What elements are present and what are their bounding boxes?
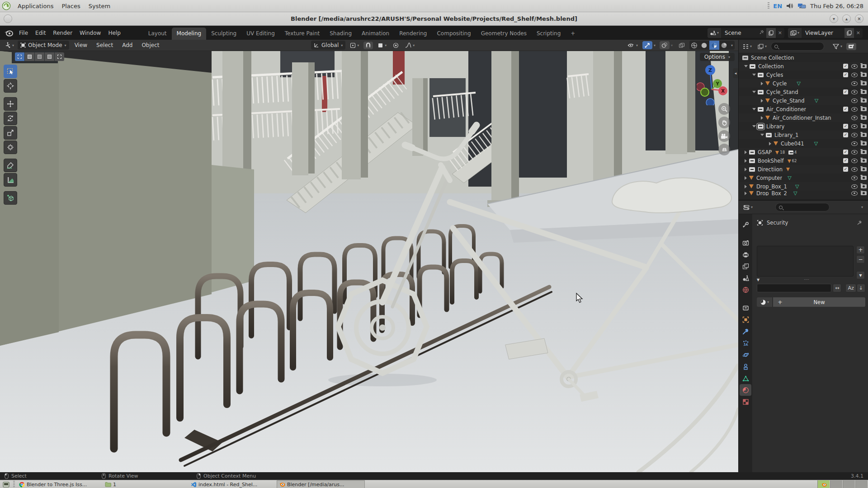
disclosure-icon[interactable] <box>745 168 747 171</box>
disable-render-icon[interactable] <box>861 133 867 137</box>
hide-eye-icon[interactable] <box>851 90 858 94</box>
show-overlays-toggle[interactable] <box>660 41 670 49</box>
menu-system[interactable]: System <box>85 0 114 12</box>
options-dropdown[interactable]: Options ▾ <box>700 53 735 61</box>
exclude-checkbox[interactable]: ✓ <box>843 150 848 155</box>
disclosure-icon[interactable] <box>752 125 756 127</box>
tool-cursor[interactable] <box>4 79 17 93</box>
disclosure-icon[interactable] <box>761 82 763 85</box>
outliner-row[interactable]: Directiion ✓ <box>739 165 868 174</box>
transform-orientation-selector[interactable]: Global ▾ <box>311 41 345 50</box>
disclosure-icon[interactable] <box>745 192 747 195</box>
overlays-dropdown-icon[interactable]: ▾ <box>670 43 674 47</box>
tab-collection[interactable] <box>740 302 751 314</box>
disclosure-icon[interactable] <box>745 150 747 154</box>
add-slot-button[interactable]: + <box>856 246 865 254</box>
hide-eye-icon[interactable] <box>851 150 858 155</box>
outliner-filter-icon[interactable]: ▾ <box>831 43 844 50</box>
show-gizmo-toggle[interactable] <box>642 41 652 49</box>
tab-animation[interactable]: Animation <box>357 28 394 40</box>
navigation-gizmo[interactable]: Z Y X <box>697 65 733 105</box>
outliner-row[interactable]: BookShelf 62 ✓ <box>739 156 868 165</box>
menu-select[interactable]: Select <box>93 41 117 49</box>
tab-modeling[interactable]: Modeling <box>172 28 207 40</box>
exclude-checkbox[interactable]: ✓ <box>843 132 848 137</box>
hide-eye-icon[interactable] <box>851 133 858 137</box>
outliner-row[interactable]: Air_Conditioner ✓ <box>739 105 868 113</box>
hide-eye-icon[interactable] <box>851 191 858 196</box>
viewport-canvas[interactable]: Options ▾ Z Y X <box>0 51 738 472</box>
sidebar-collapse-arrow[interactable]: ◂ <box>733 68 738 78</box>
outliner-row[interactable]: Computer ▽ <box>739 174 868 182</box>
hide-eye-icon[interactable] <box>851 159 858 163</box>
tool-add-cube[interactable] <box>4 191 17 205</box>
restore-button[interactable]: ▾ <box>830 14 838 23</box>
task-chrome[interactable]: Blender to Three.js Iss... <box>17 480 101 488</box>
window-menu-button[interactable] <box>4 14 12 23</box>
proportional-editing-icon[interactable] <box>391 42 401 49</box>
disclosure-icon[interactable] <box>745 176 747 180</box>
disable-render-icon[interactable] <box>861 64 867 68</box>
material-name-field[interactable] <box>757 284 831 292</box>
disable-render-icon[interactable] <box>861 176 867 180</box>
hide-eye-icon[interactable] <box>851 124 858 129</box>
clock[interactable]: Thu Feb 26, 06:28 <box>810 3 863 9</box>
outliner-row[interactable]: Scene Collection <box>739 53 868 62</box>
menu-file[interactable]: File <box>15 28 32 38</box>
tab-view-layer[interactable] <box>740 260 751 272</box>
tab-scene[interactable] <box>740 272 751 284</box>
menu-view[interactable]: View <box>71 41 91 49</box>
outliner-row[interactable]: Cycle_Stand ▽ <box>739 96 868 105</box>
disable-render-icon[interactable] <box>861 167 867 171</box>
hide-eye-icon[interactable] <box>851 167 858 172</box>
select-invert-button[interactable] <box>45 52 54 61</box>
shading-wireframe-button[interactable] <box>689 41 699 50</box>
select-intersect-button[interactable] <box>55 52 64 61</box>
new-scene-icon[interactable] <box>766 28 776 38</box>
outliner-row[interactable]: Library ✓ <box>739 122 868 131</box>
disable-render-icon[interactable] <box>861 184 867 188</box>
hide-eye-icon[interactable] <box>851 176 858 180</box>
exclude-checkbox[interactable]: ✓ <box>843 64 848 69</box>
new-material-button[interactable]: + New <box>773 297 865 307</box>
view-layer-icon[interactable]: ▾ <box>788 28 802 38</box>
close-button[interactable]: × <box>855 14 863 23</box>
tool-select-box[interactable] <box>4 65 17 78</box>
hide-eye-icon[interactable] <box>851 64 858 69</box>
tab-object[interactable] <box>740 314 751 325</box>
add-workspace-button[interactable]: + <box>566 28 580 40</box>
workspace-switcher-active[interactable] <box>817 480 830 488</box>
outliner-row[interactable]: Collection ✓ <box>739 62 868 70</box>
language-indicator[interactable]: EN <box>773 3 782 9</box>
disclosure-icon[interactable] <box>752 74 756 76</box>
hide-eye-icon[interactable] <box>851 184 858 189</box>
remove-view-layer-icon[interactable]: × <box>854 30 863 36</box>
disable-render-icon[interactable] <box>861 107 867 111</box>
mode-selector[interactable]: Object Mode ▾ <box>18 41 69 50</box>
outliner-row[interactable]: Drop_Box_1 ▽ <box>739 182 868 191</box>
disclosure-icon[interactable] <box>752 108 756 110</box>
sort-direction-button[interactable]: ↓ <box>857 284 865 292</box>
tab-physics[interactable] <box>740 349 751 361</box>
workspace-switcher-3[interactable] <box>843 480 855 488</box>
hide-eye-icon[interactable] <box>851 107 858 112</box>
exclude-checkbox[interactable]: ✓ <box>843 158 848 163</box>
sort-alpha-button[interactable]: Az <box>845 284 856 292</box>
scene-name[interactable]: Scene <box>721 30 757 36</box>
task-blender[interactable]: Blender [/media/arus... <box>277 480 365 488</box>
disable-render-icon[interactable] <box>861 73 867 77</box>
xray-toggle[interactable] <box>677 42 687 49</box>
disclosure-icon[interactable] <box>769 142 771 145</box>
menu-render[interactable]: Render <box>49 28 76 38</box>
resize-corner-icon[interactable]: ▼ <box>757 278 760 282</box>
network-icon[interactable] <box>797 2 807 9</box>
hide-eye-icon[interactable] <box>851 73 858 77</box>
disable-render-icon[interactable] <box>861 116 867 120</box>
tab-sculpting[interactable]: Sculpting <box>206 28 241 40</box>
volume-icon[interactable] <box>786 2 794 9</box>
disclosure-icon[interactable] <box>745 159 747 163</box>
menu-window[interactable]: Window <box>76 28 104 38</box>
hide-eye-icon[interactable] <box>851 141 858 146</box>
disable-render-icon[interactable] <box>861 81 867 85</box>
outliner-editor-type-icon[interactable]: ▾ <box>741 43 754 50</box>
